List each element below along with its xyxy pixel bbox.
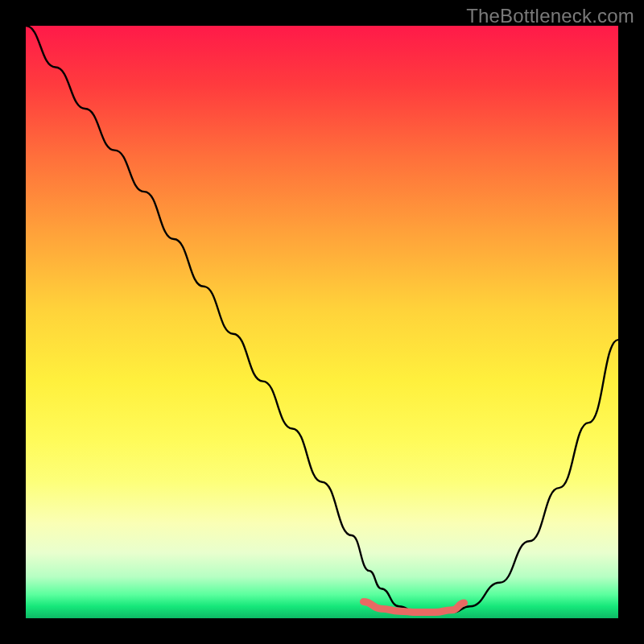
plot-area xyxy=(26,26,618,618)
watermark-text: TheBottleneck.com xyxy=(466,5,634,27)
chart-svg xyxy=(26,26,618,618)
bottleneck-curve xyxy=(26,26,618,613)
chart-frame: TheBottleneck.com xyxy=(0,0,644,644)
optimal-band xyxy=(364,601,464,612)
